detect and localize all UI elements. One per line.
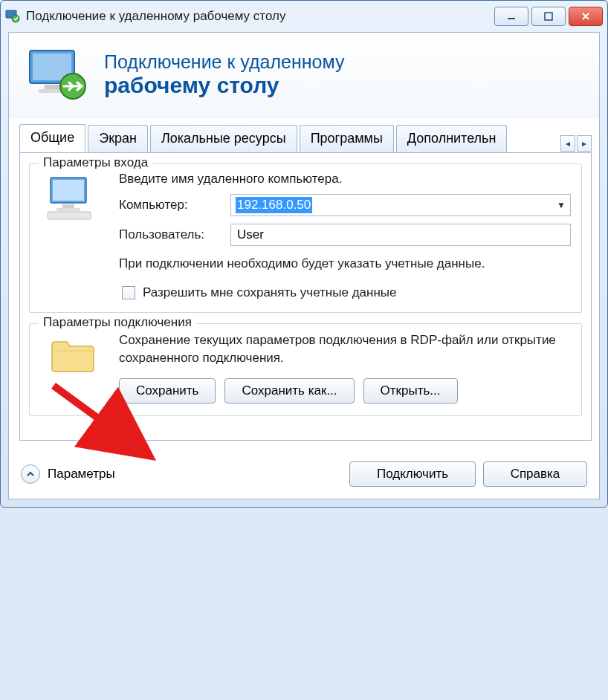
login-intro-text: Введите имя удаленного компьютера. bbox=[119, 172, 571, 187]
header-title: Подключение к удаленному рабочему столу bbox=[104, 51, 345, 98]
header-line1: Подключение к удаленному bbox=[104, 51, 345, 73]
tab-advanced[interactable]: Дополнительн bbox=[396, 125, 508, 152]
tab-strip: Общие Экран Локальные ресурсы Программы … bbox=[9, 119, 599, 152]
titlebar-text: Подключение к удаленному рабочему столу bbox=[26, 9, 494, 24]
login-params-group: Параметры входа Введите имя удаленного к… bbox=[29, 163, 582, 313]
computer-combobox[interactable]: 192.168.0.50 ▼ bbox=[230, 194, 571, 216]
params-toggle-label: Параметры bbox=[48, 467, 349, 482]
titlebar: Подключение к удаленному рабочему столу bbox=[1, 1, 607, 32]
username-field[interactable] bbox=[230, 224, 571, 246]
user-label: Пользователь: bbox=[119, 227, 230, 242]
rdc-window: Подключение к удаленному рабочему столу … bbox=[0, 0, 608, 508]
help-button[interactable]: Справка bbox=[483, 461, 587, 487]
save-button[interactable]: Сохранить bbox=[119, 378, 216, 404]
tab-display[interactable]: Экран bbox=[88, 125, 148, 152]
save-credentials-checkbox[interactable] bbox=[122, 286, 135, 299]
footer: Параметры Подключить Справка bbox=[9, 451, 599, 499]
header: Подключение к удаленному рабочему столу bbox=[9, 33, 599, 119]
connection-params-legend: Параметры подключения bbox=[39, 315, 196, 330]
chevron-down-icon: ▼ bbox=[557, 200, 566, 210]
login-params-legend: Параметры входа bbox=[39, 155, 152, 170]
tab-scroll-right[interactable]: ▸ bbox=[577, 135, 592, 152]
close-button[interactable] bbox=[569, 7, 603, 26]
save-credentials-label: Разрешить мне сохранять учетные данные bbox=[143, 285, 396, 300]
computer-icon bbox=[40, 172, 107, 300]
svg-rect-11 bbox=[62, 204, 74, 208]
svg-rect-10 bbox=[53, 180, 84, 201]
app-icon bbox=[5, 9, 20, 24]
tab-local-resources[interactable]: Локальные ресурсы bbox=[150, 125, 297, 152]
svg-rect-13 bbox=[48, 212, 91, 219]
folder-icon bbox=[40, 331, 107, 404]
tab-general[interactable]: Общие bbox=[19, 124, 85, 152]
svg-point-1 bbox=[12, 15, 19, 22]
open-button[interactable]: Открыть... bbox=[363, 378, 458, 404]
header-line2: рабочему столу bbox=[104, 73, 345, 98]
connection-params-group: Параметры подключения Сохранение текущих… bbox=[29, 323, 582, 416]
credentials-info: При подключении необходимо будет указать… bbox=[119, 255, 571, 273]
save-as-button[interactable]: Сохранить как... bbox=[224, 378, 354, 404]
window-buttons bbox=[494, 7, 603, 26]
minimize-button[interactable] bbox=[494, 7, 528, 26]
svg-rect-2 bbox=[508, 18, 515, 19]
svg-rect-3 bbox=[545, 13, 552, 20]
collapse-params-button[interactable] bbox=[21, 464, 40, 484]
client-area: Подключение к удаленному рабочему столу … bbox=[8, 32, 600, 499]
svg-rect-12 bbox=[56, 208, 80, 211]
svg-rect-6 bbox=[45, 85, 59, 89]
connect-button[interactable]: Подключить bbox=[349, 461, 476, 487]
tab-programs[interactable]: Программы bbox=[300, 125, 394, 152]
computer-value: 192.168.0.50 bbox=[236, 197, 312, 213]
maximize-button[interactable] bbox=[531, 7, 566, 26]
tab-scroll-left[interactable]: ◂ bbox=[560, 135, 575, 152]
computer-label: Компьютер: bbox=[119, 198, 230, 213]
connection-desc: Сохранение текущих параметров подключени… bbox=[119, 331, 571, 368]
rdc-logo-icon bbox=[27, 48, 91, 101]
tab-panel-general: Параметры входа Введите имя удаленного к… bbox=[19, 153, 592, 441]
